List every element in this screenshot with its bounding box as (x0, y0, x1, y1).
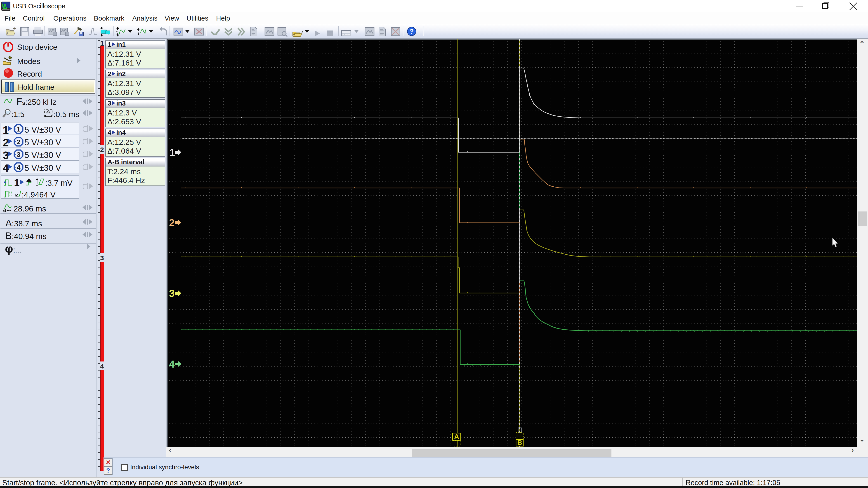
svg-text:1: 1 (17, 125, 21, 133)
svg-text:4: 4 (169, 359, 175, 369)
svg-text:4: 4 (17, 164, 21, 171)
svg-text:?: ? (410, 28, 414, 35)
svg-text:A: A (454, 433, 459, 440)
svg-text:2: 2 (17, 138, 21, 145)
svg-text:2: 2 (169, 217, 175, 228)
svg-text:3: 3 (169, 288, 175, 299)
svg-text:3: 3 (17, 151, 21, 158)
svg-text:B: B (517, 439, 522, 446)
svg-text:1: 1 (169, 147, 175, 158)
